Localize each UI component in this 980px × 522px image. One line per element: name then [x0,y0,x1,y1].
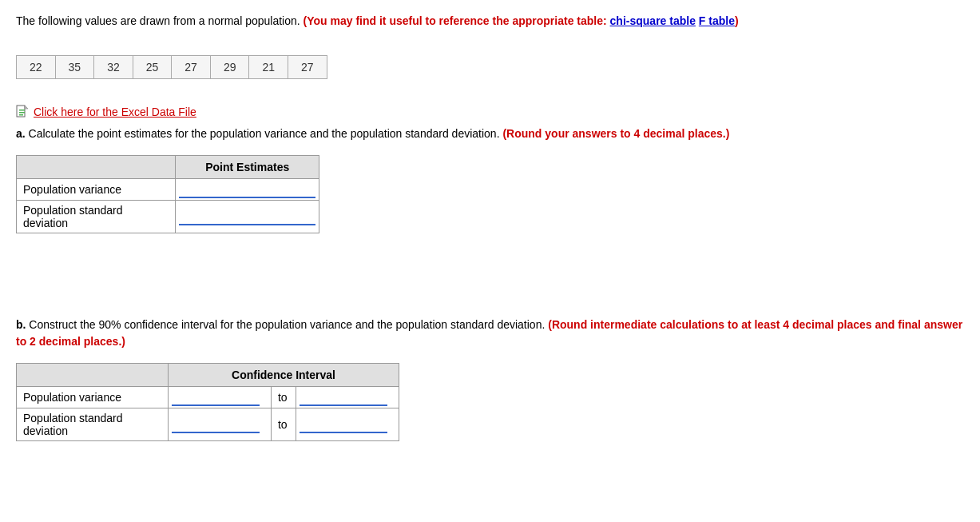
ci-empty-header [17,364,169,387]
part-b-body: Construct the 90% confidence interval fo… [26,318,548,331]
ci-stddev-to-input[interactable] [300,416,387,433]
pe-stddev-input[interactable] [179,208,315,225]
part-b-text: b. Construct the 90% confidence interval… [16,317,964,350]
ci-variance-to-label: to [275,391,291,404]
ci-row-variance: Population variance to [17,387,399,408]
ci-stddev-from-cell [169,408,272,441]
excel-link[interactable]: Click here for the Excel Data File [34,106,196,118]
pe-variance-label: Population variance [17,179,176,201]
excel-file-icon [16,105,29,119]
pe-variance-input-cell [176,179,319,201]
ci-variance-end-cell [296,387,399,408]
data-cell-1: 22 [17,56,56,79]
data-values-container: 22 35 32 25 27 29 21 27 [16,55,964,79]
ci-variance-to-cell: to [271,387,296,408]
confidence-interval-table: Confidence Interval Population variance … [16,363,399,441]
svg-rect-3 [19,114,23,116]
pe-row-stddev: Population standard deviation [17,201,319,233]
intro-text-before: The following values are drawn from a no… [16,14,304,27]
pe-variance-input[interactable] [179,181,315,198]
ci-variance-label: Population variance [17,387,169,408]
ci-stddev-to-label: to [275,418,291,431]
intro-paragraph: The following values are drawn from a no… [16,13,964,30]
ci-stddev-label: Population standard deviation [17,408,169,441]
data-cell-6: 29 [210,56,249,79]
ci-stddev-end-cell [296,408,399,441]
chi-square-link[interactable]: chi-square table [610,14,696,27]
ci-variance-to-input[interactable] [300,389,387,406]
part-b-prefix: b. [16,318,26,331]
pe-empty-header [17,156,176,179]
data-cell-3: 32 [94,56,133,79]
pe-stddev-input-cell [176,201,319,233]
ci-stddev-to-cell: to [271,408,296,441]
intro-bold-close: ) [735,14,739,27]
ci-variance-from-input[interactable] [172,389,260,406]
part-a-prefix: a. [16,127,26,140]
data-cell-5: 27 [172,56,211,79]
ci-stddev-from-input[interactable] [172,416,260,433]
data-cell-7: 21 [249,56,288,79]
svg-rect-1 [19,110,25,111]
data-values-table: 22 35 32 25 27 29 21 27 [16,55,327,79]
ci-row-stddev: Population standard deviation to [17,408,399,441]
data-cell-8: 27 [288,56,327,79]
part-a-body: Calculate the point estimates for the po… [26,127,503,140]
pe-stddev-label: Population standard deviation [17,201,176,233]
excel-link-container: Click here for the Excel Data File [16,105,964,119]
pe-header: Point Estimates [176,156,319,179]
intro-bold-text: (You may find it useful to reference the… [304,14,610,27]
svg-rect-2 [19,112,25,114]
point-estimates-table: Point Estimates Population variance Popu… [16,155,319,233]
pe-row-variance: Population variance [17,179,319,201]
part-a-text: a. Calculate the point estimates for the… [16,126,964,142]
ci-header: Confidence Interval [169,364,399,387]
f-table-link[interactable]: F table [699,14,735,27]
ci-variance-from-cell [169,387,272,408]
part-a-bold: (Round your answers to 4 decimal places.… [502,127,729,140]
data-row: 22 35 32 25 27 29 21 27 [17,56,327,79]
data-cell-4: 25 [133,56,172,79]
data-cell-2: 35 [55,56,94,79]
